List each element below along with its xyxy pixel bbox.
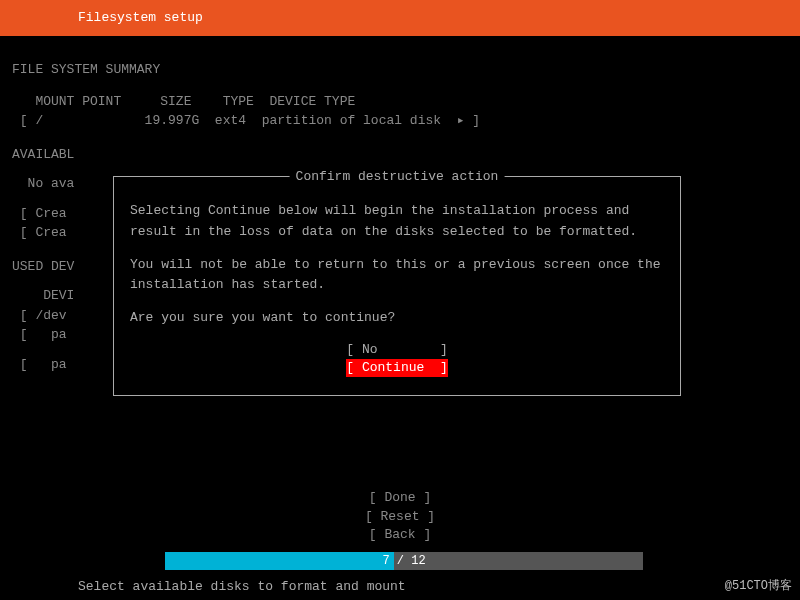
reset-button[interactable]: [ Reset ] [0, 508, 800, 526]
summary-columns: MOUNT POINT SIZE TYPE DEVICE TYPE [12, 92, 788, 112]
header-bar: Filesystem setup [0, 0, 800, 36]
back-button[interactable]: [ Back ] [0, 526, 800, 544]
progress-bar: 7 / 12 [165, 552, 643, 570]
available-heading: AVAILABL [12, 145, 788, 165]
watermark: @51CTO博客 [725, 577, 792, 594]
dialog-body: Selecting Continue below will begin the … [130, 201, 664, 329]
dialog-buttons: [ No ] [ Continue ] [130, 341, 664, 377]
continue-button[interactable]: [ Continue ] [346, 359, 447, 377]
dialog-text-3: Are you sure you want to continue? [130, 308, 664, 329]
dialog-text-2: You will not be able to return to this o… [130, 255, 664, 297]
progress-text: 7 / 12 [165, 552, 643, 570]
done-button[interactable]: [ Done ] [0, 489, 800, 507]
dialog-text-1: Selecting Continue below will begin the … [130, 201, 664, 243]
header-title: Filesystem setup [78, 10, 203, 25]
helper-text: Select available disks to format and mou… [78, 579, 406, 594]
filesystem-summary: FILE SYSTEM SUMMARY MOUNT POINT SIZE TYP… [12, 60, 788, 131]
confirm-dialog: Confirm destructive action Selecting Con… [113, 176, 681, 396]
no-button[interactable]: [ No ] [346, 342, 447, 357]
summary-heading: FILE SYSTEM SUMMARY [12, 60, 788, 80]
dialog-title: Confirm destructive action [290, 169, 505, 184]
summary-row[interactable]: [ / 19.997G ext4 partition of local disk… [12, 111, 788, 131]
bottom-buttons: [ Done ] [ Reset ] [ Back ] [0, 489, 800, 544]
